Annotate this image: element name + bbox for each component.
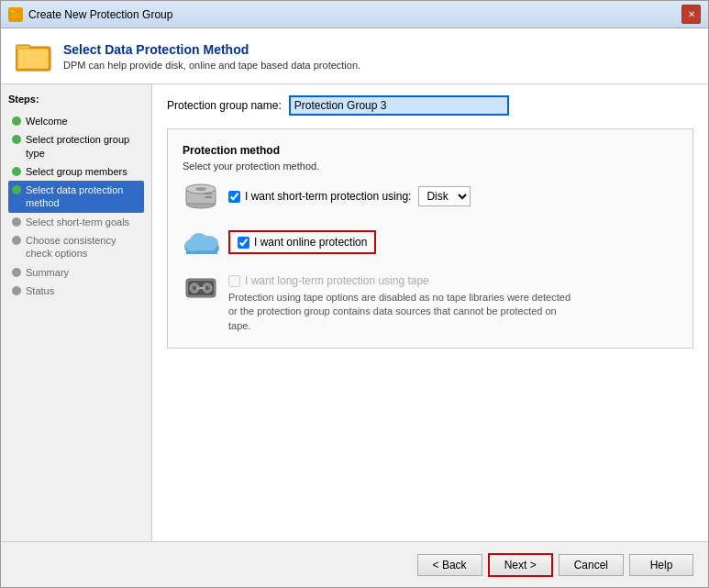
cloud-icon: [183, 228, 219, 256]
tape-checkbox[interactable]: [228, 275, 240, 287]
main-window: Create New Protection Group ✕ Select Dat…: [0, 0, 709, 588]
tape-icon: [183, 274, 219, 302]
sidebar-label-group-type: Select protection group type: [26, 133, 140, 160]
group-name-label: Protection group name:: [167, 99, 282, 112]
tape-label: I want long-term protection using tape: [245, 274, 429, 287]
tape-option-row: I want long-term protection using tape P…: [183, 274, 678, 333]
sidebar-label-consistency: Choose consistency check options: [26, 234, 140, 261]
step-dot-group-members: [12, 167, 21, 176]
svg-point-24: [205, 286, 209, 290]
back-button[interactable]: < Back: [417, 554, 482, 576]
sidebar-label-welcome: Welcome: [26, 115, 68, 128]
sidebar: Steps: Welcome Select protection group t…: [1, 84, 152, 541]
online-checkbox-label[interactable]: I want online protection: [238, 236, 367, 249]
svg-point-23: [193, 286, 196, 290]
tape-checkbox-label[interactable]: I want long-term protection using tape: [228, 274, 577, 287]
short-term-checkbox-label[interactable]: I want short-term protection using:: [228, 190, 411, 203]
protection-method-group: Protection method Select your protection…: [167, 128, 693, 349]
sidebar-label-data-protection: Select data protection method: [26, 183, 140, 210]
content-area: Steps: Welcome Select protection group t…: [1, 84, 708, 541]
sidebar-item-short-term: Select short-term goals: [8, 213, 144, 231]
select-method-desc: Select your protection method.: [183, 161, 678, 172]
window-icon: [8, 7, 23, 22]
svg-rect-10: [205, 196, 212, 198]
sidebar-label-status: Status: [26, 284, 54, 297]
sidebar-label-group-members: Select group members: [26, 165, 127, 178]
disk-icon: [183, 183, 219, 210]
short-term-checkbox[interactable]: [228, 191, 240, 203]
close-button[interactable]: ✕: [681, 5, 701, 24]
title-bar-text: Create New Protection Group: [28, 8, 172, 21]
header-text: Select Data Protection Method DPM can he…: [63, 42, 360, 71]
step-dot-summary: [12, 268, 21, 277]
short-term-label: I want short-term protection using:: [245, 190, 411, 203]
svg-rect-1: [10, 10, 16, 13]
step-dot-consistency: [12, 236, 21, 245]
svg-rect-4: [17, 49, 49, 69]
sidebar-item-data-protection[interactable]: Select data protection method: [8, 181, 144, 213]
group-name-row: Protection group name:: [167, 95, 693, 116]
sidebar-label-summary: Summary: [26, 266, 69, 279]
tape-note: Protection using tape options are disabl…: [228, 291, 577, 333]
main-content: Protection group name: Protection method…: [152, 84, 708, 541]
next-button[interactable]: Next >: [488, 553, 553, 577]
sidebar-item-group-members[interactable]: Select group members: [8, 162, 144, 181]
sidebar-label-short-term: Select short-term goals: [26, 216, 129, 228]
sidebar-item-welcome[interactable]: Welcome: [8, 112, 144, 130]
step-dot-group-type: [12, 135, 21, 144]
step-dot-status: [12, 286, 21, 295]
svg-rect-9: [205, 193, 212, 194]
cancel-button[interactable]: Cancel: [559, 554, 624, 576]
sidebar-item-consistency: Choose consistency check options: [8, 231, 144, 263]
title-bar: Create New Protection Group ✕: [1, 1, 708, 28]
step-dot-welcome: [12, 116, 21, 126]
tape-option-controls: I want long-term protection using tape P…: [228, 274, 577, 333]
online-option-row: I want online protection: [183, 228, 678, 256]
online-option-controls: I want online protection: [228, 230, 678, 254]
svg-rect-25: [196, 287, 205, 289]
svg-rect-18: [187, 242, 215, 250]
svg-point-8: [195, 187, 206, 191]
sidebar-item-summary: Summary: [8, 263, 144, 282]
step-dot-short-term: [12, 217, 21, 227]
online-checkbox[interactable]: [238, 237, 249, 249]
title-bar-left: Create New Protection Group: [8, 7, 172, 22]
protection-method-label: Protection method: [183, 144, 678, 157]
step-dot-data-protection: [12, 185, 21, 194]
online-option-box: I want online protection: [228, 230, 376, 254]
header-subtitle: DPM can help provide disk, online and ta…: [63, 60, 360, 71]
group-name-input[interactable]: [289, 95, 509, 116]
disk-option-controls: I want short-term protection using: Disk…: [228, 186, 678, 206]
sidebar-heading: Steps:: [8, 94, 144, 105]
online-label: I want online protection: [254, 236, 367, 249]
sidebar-item-status: Status: [8, 282, 144, 300]
sidebar-item-group-type[interactable]: Select protection group type: [8, 130, 144, 162]
header-title: Select Data Protection Method: [63, 42, 360, 57]
short-term-dropdown[interactable]: Disk Tape: [418, 186, 471, 206]
help-button[interactable]: Help: [629, 554, 693, 576]
footer: < Back Next > Cancel Help: [1, 541, 708, 587]
disk-option-row: I want short-term protection using: Disk…: [183, 183, 678, 210]
header-folder-icon: [16, 39, 52, 72]
header-section: Select Data Protection Method DPM can he…: [1, 28, 708, 84]
